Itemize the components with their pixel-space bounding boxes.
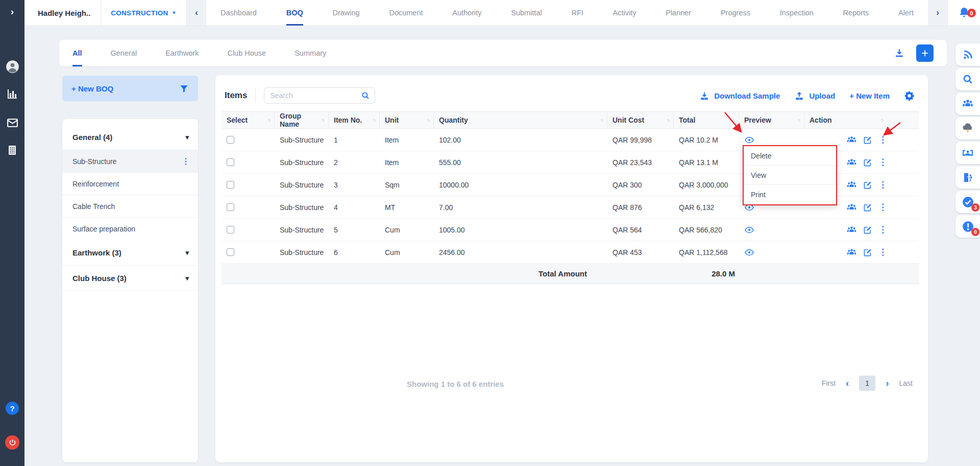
- assign-users-button[interactable]: [846, 202, 857, 213]
- sort-icon[interactable]: ↑↓: [667, 118, 669, 123]
- context-menu-item-print[interactable]: Print: [744, 185, 836, 204]
- sort-icon[interactable]: ↑↓: [880, 118, 883, 123]
- edit-button[interactable]: [863, 158, 872, 167]
- row-checkbox[interactable]: [227, 181, 234, 189]
- context-menu-item-delete[interactable]: Delete: [744, 146, 836, 166]
- pagination-next-icon[interactable]: ›: [886, 378, 889, 389]
- sort-icon[interactable]: ↑↓: [427, 118, 429, 123]
- preview-button[interactable]: [744, 135, 754, 145]
- preview-button[interactable]: [744, 225, 754, 235]
- subtab-summary[interactable]: Summary: [295, 40, 326, 66]
- row-checkbox[interactable]: [227, 136, 234, 144]
- nav-tab-dashboard[interactable]: Dashboard: [220, 0, 257, 26]
- new-boq-button[interactable]: + New BOQ: [71, 84, 113, 93]
- assign-users-button[interactable]: [846, 179, 857, 190]
- boq-item-cable-trench[interactable]: Cable Trench: [62, 195, 198, 217]
- nav-tab-document[interactable]: Document: [389, 0, 423, 26]
- column-header-quantity[interactable]: Quantity↑↓: [434, 112, 607, 128]
- subtab-general[interactable]: General: [111, 40, 137, 66]
- group-header-club-house-3[interactable]: Club House (3)▾: [62, 265, 198, 291]
- new-item-button[interactable]: + New Item: [849, 91, 890, 100]
- row-checkbox[interactable]: [227, 248, 234, 256]
- site-exit-button[interactable]: [955, 166, 980, 189]
- column-header-select[interactable]: Select↑↓: [222, 112, 275, 128]
- edit-button[interactable]: [863, 248, 872, 257]
- filter-button[interactable]: [179, 84, 189, 94]
- row-checkbox[interactable]: [227, 203, 234, 211]
- row-checkbox[interactable]: [227, 226, 234, 234]
- assign-users-button[interactable]: [846, 224, 857, 235]
- column-header-action[interactable]: Action↑↓: [804, 112, 919, 128]
- nav-tab-boq[interactable]: BOQ: [286, 0, 303, 26]
- sort-icon[interactable]: ↑↓: [732, 118, 734, 123]
- column-header-total[interactable]: Total↑↓: [674, 112, 739, 128]
- export-download-button[interactable]: [894, 48, 905, 59]
- column-header-unit-cost[interactable]: Unit Cost↑↓: [607, 112, 674, 128]
- user-avatar-icon[interactable]: [0, 60, 24, 74]
- column-header-unit[interactable]: Unit↑↓: [380, 112, 434, 128]
- sidebar-expand-icon[interactable]: ›: [0, 6, 24, 17]
- row-checkbox[interactable]: [227, 158, 234, 166]
- row-menu-button[interactable]: ⋮: [878, 158, 887, 167]
- nav-tab-reports[interactable]: Reports: [843, 0, 869, 26]
- edit-button[interactable]: [863, 203, 872, 212]
- search-panel-button[interactable]: [955, 68, 980, 90]
- download-sample-button[interactable]: Download Sample: [699, 91, 780, 101]
- nav-tab-planner[interactable]: Planner: [666, 0, 691, 26]
- pagination-first[interactable]: First: [822, 379, 836, 387]
- sort-icon[interactable]: ↑↓: [797, 118, 800, 123]
- bar-chart-icon[interactable]: [0, 88, 24, 100]
- team-button[interactable]: [955, 92, 980, 115]
- add-boq-button[interactable]: +: [916, 44, 934, 62]
- assign-users-button[interactable]: [846, 134, 857, 145]
- subtab-club-house[interactable]: Club House: [227, 40, 266, 66]
- nav-tab-submittal[interactable]: Submittal: [511, 0, 542, 26]
- weather-button[interactable]: [955, 117, 980, 139]
- row-menu-button[interactable]: ⋮: [878, 225, 887, 234]
- edit-button[interactable]: [863, 180, 872, 190]
- logout-button[interactable]: [0, 435, 24, 450]
- group-header-general-4[interactable]: General (4)▾: [62, 124, 198, 150]
- edit-button[interactable]: [863, 225, 872, 235]
- pagination-page-1[interactable]: 1: [859, 376, 875, 391]
- search-input[interactable]: [270, 91, 361, 100]
- pagination-last[interactable]: Last: [899, 379, 913, 387]
- project-name[interactable]: Hadley Heigh..: [24, 0, 101, 26]
- approvals-button[interactable]: 3: [955, 191, 980, 213]
- notifications-button[interactable]: 0: [947, 0, 980, 26]
- feeds-button[interactable]: [955, 43, 980, 66]
- building-icon[interactable]: [0, 144, 24, 156]
- context-menu-item-view[interactable]: View: [744, 166, 836, 185]
- sort-icon[interactable]: ↑↓: [322, 118, 324, 123]
- nav-tab-authority[interactable]: Authority: [452, 0, 481, 26]
- mail-icon[interactable]: [0, 116, 24, 129]
- row-menu-button[interactable]: ⋮: [878, 248, 887, 257]
- boq-item-reinforcement[interactable]: Reinforcement: [62, 172, 198, 195]
- column-header-group-name[interactable]: Group Name↑↓: [275, 112, 329, 128]
- nav-tab-drawing[interactable]: Drawing: [332, 0, 359, 26]
- alerts-button[interactable]: 0: [955, 215, 980, 238]
- search-icon[interactable]: [361, 91, 370, 100]
- sort-icon[interactable]: ↑↓: [373, 118, 375, 123]
- sort-icon[interactable]: ↑↓: [600, 118, 603, 123]
- column-header-item-no[interactable]: Item No.↑↓: [329, 112, 380, 128]
- pagination-prev-icon[interactable]: ‹: [846, 378, 849, 389]
- assign-users-button[interactable]: [846, 157, 857, 168]
- edit-button[interactable]: [863, 135, 872, 145]
- sort-icon[interactable]: ↑↓: [267, 118, 270, 123]
- group-header-earthwork-3[interactable]: Earthwork (3)▾: [62, 240, 198, 265]
- kebab-icon[interactable]: ⋮: [182, 156, 190, 166]
- boq-item-surface-preparation[interactable]: Surface preparation: [62, 217, 198, 240]
- help-button[interactable]: ?: [0, 402, 24, 415]
- table-settings-button[interactable]: [904, 90, 915, 101]
- nav-tab-alert[interactable]: Alert: [898, 0, 914, 26]
- subtab-earthwork[interactable]: Earthwork: [165, 40, 199, 66]
- assign-users-button[interactable]: [846, 247, 857, 258]
- row-menu-button[interactable]: ⋮: [878, 180, 887, 189]
- nav-tab-progress[interactable]: Progress: [721, 0, 750, 26]
- nav-scroll-right-button[interactable]: ›: [928, 0, 947, 26]
- nav-tab-rfi[interactable]: RFI: [571, 0, 583, 26]
- upload-button[interactable]: Upload: [794, 91, 835, 101]
- boq-item-sub-structure[interactable]: Sub-Structure⋮: [62, 150, 198, 172]
- row-menu-button[interactable]: ⋮: [878, 135, 887, 144]
